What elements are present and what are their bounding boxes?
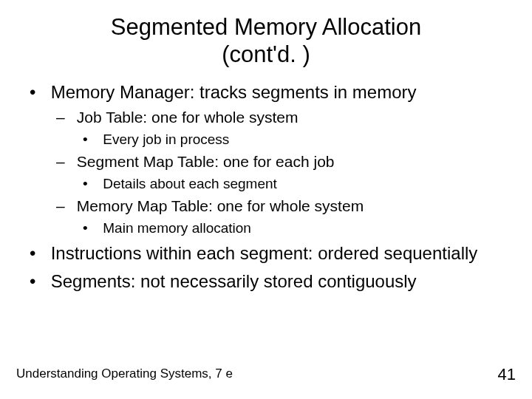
bullet-list: Main memory allocation [72,219,511,237]
slide: Segmented Memory Allocation (cont'd. ) M… [0,0,532,399]
bullet-text: Main memory allocation [103,220,251,236]
page-number: 41 [498,365,516,384]
bullet-list: Every job in process [72,131,511,149]
bullet-text: Memory Manager: tracks segments in memor… [51,82,417,102]
title-line-2: (cont'd. ) [222,41,310,67]
bullet-list: Memory Manager: tracks segments in memor… [21,81,511,293]
bullet-list: Details about each segment [72,175,511,193]
bullet-item: Main memory allocation [72,219,511,237]
bullet-text: Every job in process [103,132,229,147]
bullet-item: Segments: not necessarily stored contigu… [21,270,511,293]
bullet-text: Segments: not necessarily stored contigu… [51,271,417,291]
bullet-item: Memory Map Table: one for whole system M… [46,197,511,236]
title-line-1: Segmented Memory Allocation [111,14,421,40]
slide-title: Segmented Memory Allocation (cont'd. ) [0,0,532,75]
bullet-text: Instructions within each segment: ordere… [51,243,478,263]
bullet-text: Job Table: one for whole system [77,109,299,126]
bullet-item: Details about each segment [72,175,511,193]
bullet-item: Memory Manager: tracks segments in memor… [21,81,511,236]
bullet-item: Every job in process [72,131,511,149]
bullet-text: Segment Map Table: one for each job [77,153,335,170]
bullet-text: Details about each segment [103,176,277,191]
footer-text: Understanding Operating Systems, 7 e [16,366,233,381]
bullet-item: Segment Map Table: one for each job Deta… [46,152,511,192]
slide-body: Memory Manager: tracks segments in memor… [0,81,532,293]
bullet-list: Job Table: one for whole system Every jo… [46,108,511,236]
bullet-text: Memory Map Table: one for whole system [77,197,364,214]
bullet-item: Instructions within each segment: ordere… [21,242,511,265]
bullet-item: Job Table: one for whole system Every jo… [46,108,511,148]
